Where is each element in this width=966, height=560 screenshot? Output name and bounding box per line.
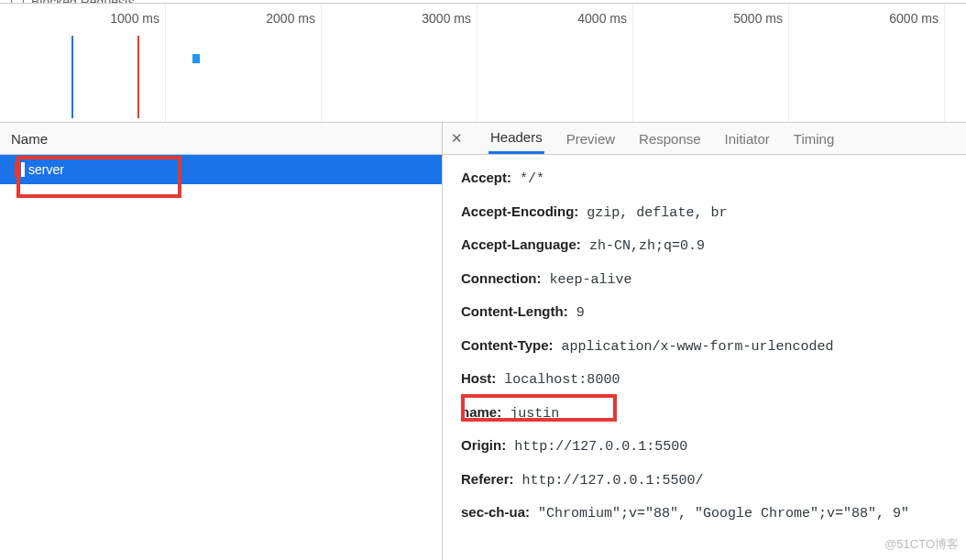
header-line: Origin: http://127.0.0.1:5500 (461, 430, 966, 464)
detail-tabs: ✕ Headers Preview Response Initiator Tim… (443, 123, 966, 155)
load-event-marker (137, 36, 139, 118)
tick-label: 5000 ms (733, 11, 788, 26)
tick-label: 4000 ms (577, 11, 632, 26)
header-line: Content-Length: 9 (461, 296, 966, 330)
request-row[interactable]: server (0, 155, 442, 184)
tab-headers[interactable]: Headers (488, 123, 544, 154)
tab-initiator[interactable]: Initiator (723, 123, 772, 154)
header-line: Accept-Language: zh-CN,zh;q=0.9 (461, 229, 966, 263)
headers-content[interactable]: Accept: */* Accept-Encoding: gzip, defla… (443, 155, 966, 560)
close-icon[interactable]: ✕ (448, 130, 465, 147)
tick-label: 6000 ms (889, 11, 944, 26)
request-status-icon (15, 162, 17, 177)
tab-timing[interactable]: Timing (792, 123, 836, 154)
dom-content-loaded-marker (71, 36, 73, 118)
header-line: Referer: http://127.0.0.1:5500/ (461, 464, 966, 498)
request-list-pane: Name server (0, 123, 443, 560)
header-line: Content-Type: application/x-www-form-url… (461, 330, 966, 364)
header-line: sec-ch-ua: "Chromium";v="88", "Google Ch… (461, 497, 966, 531)
tab-preview[interactable]: Preview (565, 123, 617, 154)
request-status-icon (21, 162, 25, 177)
header-line: Host: localhost:8000 (461, 363, 966, 397)
tick-label: 2000 ms (266, 11, 321, 26)
header-line: Connection: keep-alive (461, 263, 966, 297)
tick-label: 1000 ms (110, 11, 165, 26)
header-line: Accept: */* (461, 162, 966, 196)
tab-response[interactable]: Response (637, 123, 703, 154)
header-line: Accept-Encoding: gzip, deflate, br (461, 196, 966, 230)
tick-label: 3000 ms (422, 11, 477, 26)
request-name: server (28, 155, 64, 184)
header-line: name: justin (461, 397, 966, 431)
timeline-overview[interactable]: 1000 ms 2000 ms 3000 ms 4000 ms 5000 ms … (0, 4, 966, 123)
request-bar[interactable] (192, 54, 200, 63)
request-detail-pane: ✕ Headers Preview Response Initiator Tim… (443, 123, 966, 560)
name-column-header[interactable]: Name (0, 123, 442, 155)
